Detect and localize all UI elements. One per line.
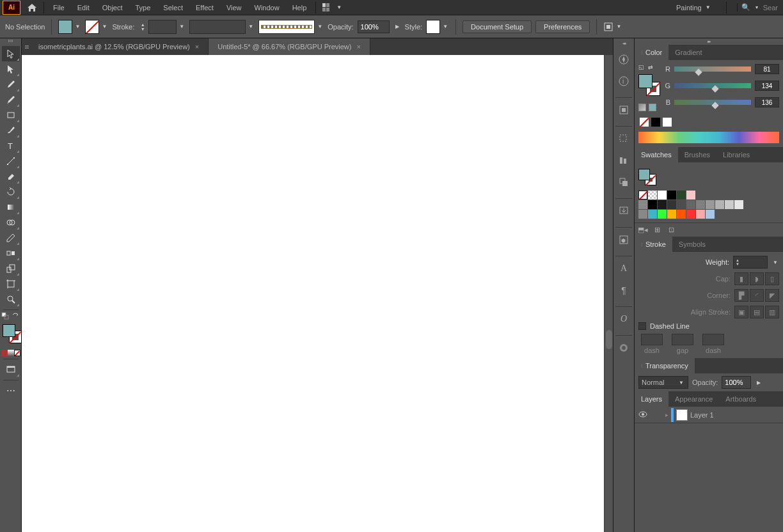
color-mode-icon[interactable] [1,350,8,356]
black-icon[interactable] [651,118,660,127]
swatch-item[interactable] [667,210,676,219]
menu-type[interactable]: Type [129,0,157,15]
cap-round-button[interactable]: ◗ [750,272,764,285]
opacity-slider-arrow[interactable]: ▶ [393,24,401,29]
vertical-scrollbar[interactable] [604,55,613,532]
edit-toolbar-icon[interactable]: ⋯ [2,383,20,398]
color-spectrum[interactable] [638,132,779,143]
character-panel-icon[interactable]: A [615,260,632,277]
swatch-none[interactable] [638,191,647,199]
appearance-panel-icon[interactable] [615,340,632,356]
web-safe-icon[interactable] [649,104,656,111]
menu-object[interactable]: Object [96,0,129,15]
tab-swatches[interactable]: Swatches [635,147,678,162]
gap-input[interactable] [672,334,693,345]
tab-libraries[interactable]: Libraries [716,147,756,162]
red-value[interactable]: 81 [755,64,779,74]
curvature-tool[interactable] [2,92,20,107]
document-setup-button[interactable]: Document Setup [463,20,532,33]
navigator-panel-icon[interactable] [615,51,632,68]
default-colors-icon[interactable]: ◱ [638,64,644,70]
visibility-icon[interactable] [637,411,649,419]
swatch-item[interactable] [667,191,676,199]
swatch-registration[interactable] [648,191,657,199]
stroke-weight-input[interactable]: ▲▼ ▼ [138,20,186,34]
align-center-button[interactable]: ▣ [734,306,748,318]
swatch-item[interactable] [658,200,667,209]
dash-input[interactable] [702,334,724,345]
tab-artboards[interactable]: Artboards [719,391,763,407]
swatch-item[interactable] [677,210,686,219]
close-icon[interactable]: × [356,43,360,51]
close-icon[interactable]: × [195,43,199,51]
show-swatch-kinds-icon[interactable]: ⊞ [652,226,661,235]
brush-definition[interactable]: ▼ [258,20,324,34]
corner-bevel-button[interactable]: ◤ [765,289,779,302]
expand-dock-icon[interactable] [620,41,628,46]
swatch-item[interactable] [686,191,695,199]
artboards-panel-icon[interactable] [615,102,632,118]
eraser-tool[interactable] [2,169,20,184]
swatches-fill-stroke[interactable] [638,166,656,188]
fill-swatch[interactable] [638,74,652,88]
gradient-tool[interactable] [2,199,20,215]
transform-panel-icon[interactable] [615,130,632,147]
cap-projecting-button[interactable]: ▯ [765,272,779,285]
stepper-down-icon[interactable]: ▼ [141,27,145,31]
swatch-item[interactable] [648,210,657,219]
dash-input[interactable] [641,334,663,345]
chevron-down-icon[interactable]: ▼ [771,260,779,265]
transparency-opacity-input[interactable]: 100% [722,376,751,389]
color-mode-switch[interactable] [1,350,20,356]
fill-stroke-indicator[interactable] [638,72,660,98]
paragraph-panel-icon[interactable]: ¶ [615,282,632,299]
blue-value[interactable]: 136 [755,97,779,107]
blue-slider[interactable] [674,100,751,105]
swatch-item[interactable] [658,191,667,199]
search-input[interactable]: 🔍▾ Sear [737,3,778,12]
dashed-line-checkbox[interactable] [638,322,646,330]
workspace-switcher[interactable]: Painting ▼ [672,4,716,12]
swatch-item[interactable] [696,210,705,219]
expand-icon[interactable]: ▸ [665,412,668,418]
scale-tool[interactable] [2,261,20,276]
menu-effect[interactable]: Effect [189,0,220,15]
default-fill-stroke-icon[interactable] [1,313,10,322]
green-value[interactable]: 134 [755,81,779,91]
swatch-folder-icon[interactable] [638,210,647,219]
artboard-canvas[interactable] [22,55,604,532]
menu-edit[interactable]: Edit [71,0,96,15]
swatch-options-icon[interactable]: ⊡ [667,226,676,235]
shape-builder-tool[interactable] [2,215,20,230]
green-slider[interactable] [674,83,751,88]
corner-miter-button[interactable]: ▛ [734,289,748,302]
cap-butt-button[interactable]: ▮ [734,272,748,285]
artboard-tool[interactable] [2,276,20,292]
menu-select[interactable]: Select [157,0,189,15]
rectangle-tool[interactable] [2,107,20,123]
type-tool[interactable]: T [2,138,20,153]
collapse-panels-icon[interactable] [635,38,783,45]
fill-stroke-control[interactable] [1,324,20,347]
swap-fill-stroke-icon[interactable] [12,313,20,322]
grip-icon[interactable] [24,45,29,49]
opacity-input[interactable]: 100% [358,20,390,33]
align-panel-icon[interactable] [615,152,632,169]
tab-transparency[interactable]: ⁞Transparency [635,358,695,373]
swatch-item[interactable] [686,200,695,209]
grip-icon[interactable] [3,40,19,43]
blend-mode-select[interactable]: Normal▼ [638,376,688,389]
asset-export-panel-icon[interactable] [615,203,632,219]
line-segment-tool[interactable] [2,153,20,169]
graphic-style[interactable]: ▼ [426,20,449,34]
swatch-item[interactable] [706,210,715,219]
tab-symbols[interactable]: Symbols [672,237,712,252]
none-mode-icon[interactable] [14,350,20,356]
align-to[interactable]: ▼ [603,22,622,32]
fill-indicator[interactable] [3,324,15,337]
layer-row[interactable]: ▸ Layer 1 [635,407,783,423]
direct-selection-tool[interactable] [2,61,20,77]
document-tab[interactable]: Untitled-5* @ 66.67% (RGB/GPU Preview) × [209,38,370,55]
swatch-item[interactable] [696,200,705,209]
home-icon[interactable] [23,3,41,12]
